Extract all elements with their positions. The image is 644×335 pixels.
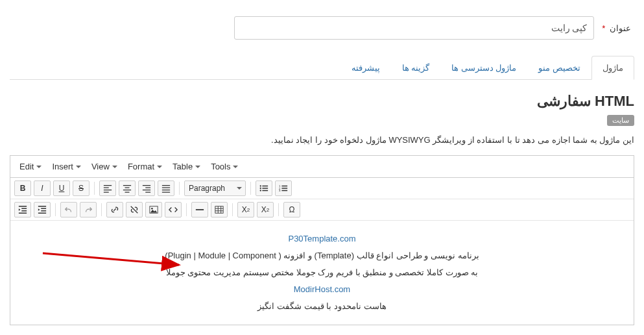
redo-button[interactable] (80, 202, 97, 217)
title-label: عنوان * (602, 23, 631, 33)
hr-button[interactable] (191, 202, 208, 217)
code-icon (169, 205, 178, 214)
chevron-down-icon (112, 166, 117, 168)
editor-toolbar-row-2: X2 X2 Ω (10, 199, 634, 221)
editor-toolbar-row-1: B I U S Paragraph 123 (10, 178, 634, 199)
bold-button[interactable]: B (14, 180, 31, 196)
tab-module-permissions[interactable]: ماژول دسترسی ها (440, 56, 527, 79)
tab-options[interactable]: گزینه ها (391, 56, 441, 79)
wysiwyg-editor: Edit Insert View Format Table Tools B I … (10, 155, 634, 325)
outdent-button[interactable] (14, 202, 31, 217)
editor-menubar: Edit Insert View Format Table Tools (10, 156, 634, 178)
title-input[interactable] (234, 16, 594, 40)
subscript-button[interactable]: X2 (237, 202, 254, 217)
chevron-down-icon (76, 166, 81, 168)
required-mark: * (602, 23, 605, 33)
menu-table[interactable]: Table (167, 158, 206, 175)
tab-module[interactable]: ماژول (591, 56, 634, 80)
align-right-icon (142, 184, 151, 193)
svg-point-2 (260, 190, 261, 192)
menu-tools[interactable]: Tools (206, 158, 243, 175)
redo-icon (84, 205, 93, 214)
number-list-icon: 123 (279, 184, 288, 193)
align-center-icon (123, 184, 132, 193)
outdent-icon (18, 205, 27, 214)
unlink-button[interactable] (126, 202, 143, 217)
separator (101, 203, 102, 216)
undo-button[interactable] (60, 202, 77, 217)
table-icon (215, 205, 224, 214)
separator (250, 182, 251, 195)
unlink-icon (130, 205, 139, 214)
align-right-button[interactable] (138, 180, 155, 196)
strikethrough-button[interactable]: S (73, 180, 89, 196)
number-list-button[interactable]: 123 (275, 180, 292, 196)
svg-rect-8 (215, 206, 223, 214)
align-left-icon (103, 184, 112, 193)
code-button[interactable] (165, 202, 182, 217)
tab-advanced[interactable]: پیشرفته (340, 56, 391, 79)
editor-content-area[interactable]: P30Template.com برنامه نویسی و طراحی انو… (10, 221, 634, 325)
align-justify-button[interactable] (158, 180, 174, 196)
indent-icon (38, 205, 47, 214)
bullet-list-button[interactable] (256, 180, 272, 196)
align-justify-icon (161, 184, 171, 193)
svg-point-1 (260, 188, 261, 189)
content-line-2: به صورت کاملا تخصصی و منطبق با فریم ورک … (20, 264, 624, 281)
chevron-down-icon (195, 166, 200, 168)
image-icon (149, 205, 158, 214)
separator (186, 203, 187, 216)
content-line-1: برنامه نویسی و طراحی انواع قالب (Templat… (20, 247, 624, 264)
menu-insert[interactable]: Insert (47, 158, 86, 175)
chevron-down-icon (36, 166, 42, 168)
svg-point-7 (151, 208, 153, 210)
chevron-down-icon (157, 166, 162, 168)
align-left-button[interactable] (99, 180, 116, 196)
tabs: ماژول تخصیص منو ماژول دسترسی ها گزینه ها… (10, 56, 634, 80)
link-button[interactable] (106, 202, 123, 217)
site-badge: سایت (607, 115, 634, 126)
indent-button[interactable] (34, 202, 51, 217)
section-title: HTML سفارشی (10, 93, 634, 110)
separator (278, 203, 279, 216)
hr-icon (195, 205, 204, 214)
svg-point-0 (260, 186, 261, 187)
format-select[interactable]: Paragraph (184, 180, 246, 196)
underline-button[interactable]: U (53, 180, 70, 196)
content-link-1[interactable]: P30Template.com (288, 234, 355, 243)
separator (55, 203, 56, 216)
menu-format[interactable]: Format (123, 158, 167, 175)
menu-view[interactable]: View (86, 158, 123, 175)
link-icon (110, 205, 119, 214)
section-description: این ماژول به شما اجازه می دهد تا با استف… (10, 132, 634, 147)
chevron-down-icon (233, 166, 238, 168)
special-char-button[interactable]: Ω (283, 202, 300, 217)
align-center-button[interactable] (119, 180, 136, 196)
content-link-2[interactable]: ModirHost.com (294, 284, 350, 294)
content-line-3: هاست نامحدود با قیمت شگفت انگیز (20, 298, 624, 315)
separator (94, 182, 95, 195)
separator (179, 182, 180, 195)
image-button[interactable] (145, 202, 162, 217)
svg-text:3: 3 (279, 190, 281, 193)
undo-icon (64, 205, 73, 214)
separator (232, 203, 233, 216)
menu-edit[interactable]: Edit (14, 158, 47, 175)
chevron-down-icon (237, 187, 242, 190)
superscript-button[interactable]: X2 (257, 202, 274, 217)
tab-menu-assignment[interactable]: تخصیص منو (527, 56, 591, 79)
table-button[interactable] (211, 202, 228, 217)
bullet-list-icon (259, 184, 268, 193)
italic-button[interactable]: I (34, 180, 51, 196)
